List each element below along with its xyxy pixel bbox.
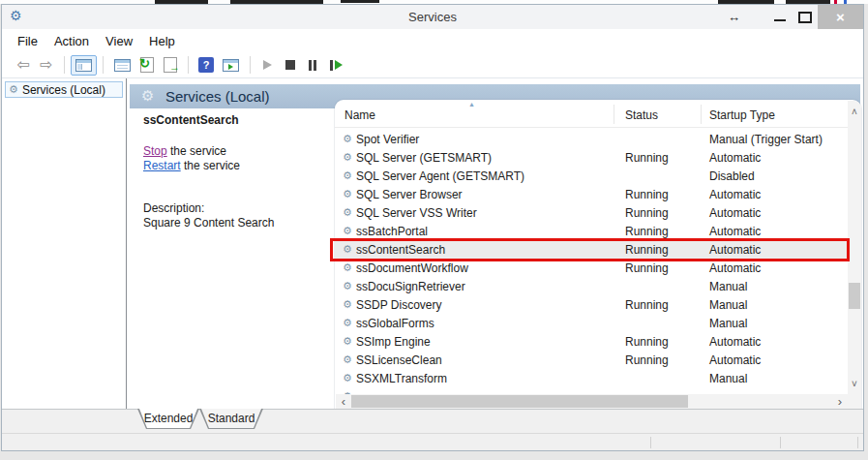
service-name-cell: ssDocuSignRetriever	[356, 280, 625, 293]
service-rows: ⚙ Spot Verifier Manual (Trigger Start) ⚙…	[335, 127, 848, 394]
stop-service-button[interactable]	[285, 60, 295, 70]
service-status-cell: Running	[625, 243, 709, 257]
menu-file[interactable]: File	[17, 34, 38, 48]
column-header-status[interactable]: Status	[625, 108, 658, 122]
play-icon	[263, 60, 272, 70]
service-row[interactable]: ⚙ SQL Server (GETSMART) Running Automati…	[335, 148, 848, 167]
service-row[interactable]: ⚙ ssDocuSignRetriever Manual	[335, 277, 848, 295]
service-row[interactable]: ⚙ Spot Verifier Manual (Trigger Start)	[335, 130, 848, 148]
service-status-cell: Running	[625, 261, 709, 275]
column-divider	[614, 105, 614, 124]
service-startup-cell: Disabled	[709, 169, 848, 183]
properties-button[interactable]	[114, 59, 131, 72]
service-row[interactable]: ⚙ SSDP Discovery Running Manual	[335, 295, 848, 314]
service-startup-cell: Automatic	[709, 353, 848, 367]
sort-ascending-icon: ▲	[468, 101, 475, 108]
service-status-cell: Running	[625, 353, 709, 367]
service-row[interactable]: ⚙ ssGlobalForms Manual	[335, 314, 848, 332]
menu-view[interactable]: View	[105, 34, 133, 48]
service-gear-icon: ⚙	[343, 318, 356, 328]
service-status-cell: Running	[625, 335, 709, 349]
service-name-cell: ssGlobalForms	[356, 317, 625, 330]
service-name-cell: SQL Server Agent (GETSMART)	[356, 169, 625, 183]
maximize-button[interactable]	[798, 12, 812, 23]
toolbar-separator	[188, 56, 189, 74]
column-divider	[701, 105, 702, 124]
menu-action[interactable]: Action	[54, 34, 89, 48]
pane-header-title: Services (Local)	[165, 84, 270, 108]
export-arrow-icon: →	[169, 62, 180, 73]
service-name-cell: SSImp Engine	[356, 335, 625, 349]
service-row[interactable]: ⚙ SQL Server Browser Running Automatic	[335, 185, 848, 203]
services-window: ⚙ Services ↔ × File Action View Help ⇦ ⇨	[1, 4, 864, 451]
description-label: Description:	[143, 201, 204, 215]
service-row[interactable]: ⚙ SSImp Engine Running Automatic	[335, 332, 848, 351]
stop-service-link[interactable]: Stop	[143, 144, 167, 158]
restart-service-button[interactable]	[330, 60, 343, 71]
stop-icon	[285, 60, 295, 70]
back-button[interactable]: ⇦	[12, 57, 35, 73]
service-name-cell: SSXMLTransform	[356, 372, 625, 385]
stop-service-line: Stop the service	[143, 144, 226, 158]
vertical-scrollbar[interactable]: ˄ ˅	[848, 101, 861, 394]
vertical-scrollbar-thumb[interactable]	[849, 283, 860, 309]
scroll-down-icon[interactable]: ˅	[848, 380, 861, 389]
start-service-button[interactable]	[263, 60, 272, 70]
list-header-row: ▲ Name Status Startup Type	[335, 100, 848, 128]
close-button[interactable]: ×	[818, 5, 863, 29]
toolbar-separator	[64, 56, 65, 74]
service-gear-icon: ⚙	[343, 152, 356, 163]
service-startup-cell: Manual	[709, 298, 848, 312]
forward-button[interactable]: ⇨	[35, 57, 58, 73]
help-button[interactable]: ?	[198, 57, 214, 73]
service-row[interactable]: ⚙ ssContentSearch Running Automatic	[335, 240, 848, 259]
pause-icon	[309, 60, 312, 71]
refresh-button[interactable]: ↻	[140, 57, 154, 73]
service-startup-cell: Manual	[709, 317, 848, 330]
service-row[interactable]: ⚙ ssBatchPortal Running Automatic	[335, 222, 848, 240]
service-gear-icon: ⚙	[343, 244, 356, 255]
resize-arrows-icon[interactable]: ↔	[728, 5, 740, 29]
service-gear-icon: ⚙	[343, 189, 356, 199]
service-row[interactable]: ⚙ ssDocumentWorkflow Running Automatic	[335, 259, 848, 277]
tree-item-services-local[interactable]: ⚙ Services (Local)	[5, 81, 123, 98]
tab-label: Standard	[200, 409, 262, 428]
service-gear-icon: ⚙	[343, 373, 356, 383]
scroll-right-icon[interactable]: ›	[834, 396, 846, 408]
minimize-button[interactable]	[774, 19, 786, 21]
service-gear-icon: ⚙	[343, 354, 356, 365]
restart-service-link[interactable]: Restart	[143, 159, 181, 172]
menu-help[interactable]: Help	[149, 34, 175, 48]
horizontal-scrollbar-thumb[interactable]	[351, 395, 688, 408]
service-row[interactable]: ⚙ SSLicenseClean Running Automatic	[335, 351, 848, 369]
console-tree-toggle-button[interactable]	[71, 55, 97, 76]
service-status-cell: Running	[625, 151, 709, 165]
export-list-button[interactable]: →	[164, 57, 177, 73]
main-area: ⚙ Services (Local) ⚙ Services (Local) ss…	[2, 78, 863, 409]
service-row[interactable]: ⚙ SQL Server Agent (GETSMART) Disabled	[335, 167, 848, 185]
scrollbar-corner	[848, 394, 861, 409]
service-row[interactable]: ⚙ SQL Server VSS Writer Running Automati…	[335, 203, 848, 222]
service-startup-cell: Automatic	[709, 261, 848, 275]
column-header-startup-type[interactable]: Startup Type	[709, 108, 775, 122]
tab-extended[interactable]: Extended	[137, 409, 199, 429]
status-bar	[2, 433, 863, 450]
service-row[interactable]: ⚙ SSXMLTransform Manual	[335, 369, 848, 387]
pause-service-button[interactable]	[309, 60, 316, 71]
title-bar[interactable]: ⚙ Services ↔ ×	[2, 5, 863, 29]
column-header-name[interactable]: Name	[344, 108, 375, 122]
status-bar-divider	[857, 437, 858, 448]
details-area: ⚙ Services (Local) ssContentSearch Stop …	[128, 78, 863, 409]
scroll-up-icon[interactable]: ˄	[848, 107, 861, 117]
service-row-partial: ⚙	[335, 387, 848, 394]
service-status-cell: Running	[625, 225, 709, 238]
service-startup-cell: Automatic	[709, 151, 848, 165]
scroll-left-icon[interactable]: ‹	[338, 396, 349, 408]
console-tree-panel: ⚙ Services (Local)	[3, 78, 127, 409]
tab-standard[interactable]: Standard	[199, 409, 263, 429]
horizontal-scrollbar[interactable]: ‹ ›	[336, 394, 848, 409]
service-startup-cell: Automatic	[709, 188, 848, 201]
service-startup-cell: Manual (Trigger Start)	[709, 133, 848, 146]
action-pane-toggle-button[interactable]	[223, 59, 239, 72]
service-name-cell: SSDP Discovery	[356, 298, 625, 312]
